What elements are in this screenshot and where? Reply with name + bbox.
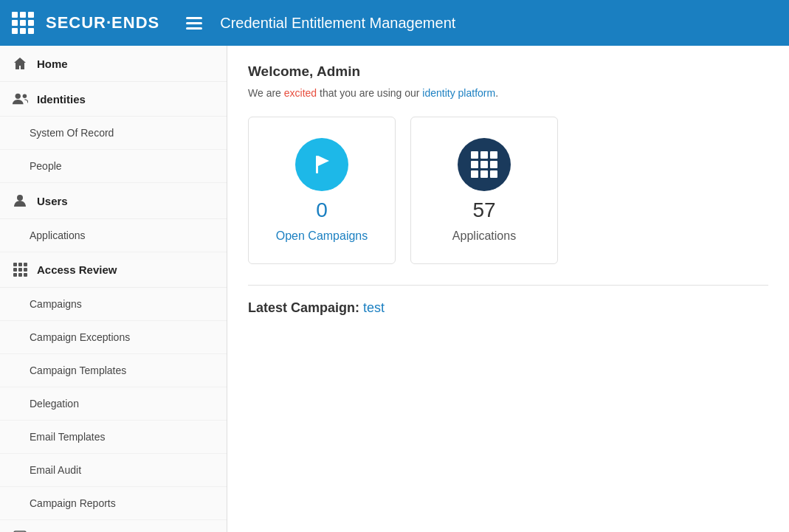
applications-icon-circle: [458, 138, 511, 191]
sidebar-item-report[interactable]: Report: [0, 520, 227, 532]
applications-label: Applications: [452, 229, 516, 243]
sidebar-label-identities: Identities: [37, 93, 86, 106]
open-campaigns-label[interactable]: Open Campaigns: [276, 229, 368, 243]
sidebar-item-delegation[interactable]: Delegation: [0, 387, 227, 421]
dashboard-cards: 0 Open Campaigns 57 Applications: [248, 117, 768, 264]
open-campaigns-icon-circle: [295, 138, 348, 191]
sidebar-label-campaign-reports: Campaign Reports: [30, 497, 116, 509]
logo-text: SECUR·ENDS: [46, 13, 159, 32]
svg-point-1: [23, 94, 27, 98]
sidebar-label-users: Users: [37, 195, 68, 207]
sidebar-item-system-of-record[interactable]: System Of Record: [0, 117, 227, 150]
main-content: Welcome, Admin We are excited that you a…: [227, 46, 789, 532]
sidebar-item-campaign-exceptions[interactable]: Campaign Exceptions: [0, 321, 227, 354]
app-logo: SECUR·ENDS: [46, 13, 159, 32]
sidebar-item-campaign-templates[interactable]: Campaign Templates: [0, 354, 227, 387]
sidebar: Home Identities System Of Record People: [0, 46, 227, 532]
sidebar-item-access-review[interactable]: Access Review: [0, 252, 227, 288]
people-icon: [12, 92, 28, 106]
sidebar-label-campaign-templates: Campaign Templates: [30, 365, 126, 376]
flag-icon: [309, 151, 335, 178]
welcome-heading: Welcome, Admin: [248, 63, 768, 80]
sidebar-label-people: People: [30, 160, 62, 172]
app-header: SECUR·ENDS Credential Entitlement Manage…: [0, 0, 789, 46]
sidebar-label-home: Home: [37, 58, 68, 70]
sidebar-item-users[interactable]: Users: [0, 183, 227, 219]
welcome-text-before: We are: [248, 87, 284, 99]
home-icon: [12, 56, 28, 71]
sidebar-label-email-templates: Email Templates: [30, 431, 105, 443]
sidebar-item-campaigns[interactable]: Campaigns: [0, 288, 227, 321]
sidebar-label-applications: Applications: [30, 229, 86, 241]
sidebar-item-home[interactable]: Home: [0, 46, 227, 82]
sidebar-label-campaign-exceptions: Campaign Exceptions: [30, 331, 130, 343]
welcome-subtitle: We are excited that you are using our id…: [248, 87, 768, 99]
app-title: Credential Entitlement Management: [220, 15, 455, 32]
latest-campaign-prefix: Latest Campaign:: [248, 300, 359, 315]
welcome-text-excited: excited: [284, 87, 317, 99]
latest-campaign-name: test: [363, 300, 385, 315]
latest-campaign-section: Latest Campaign: test: [248, 285, 768, 316]
svg-rect-7: [316, 156, 318, 173]
sidebar-label-system-of-record: System Of Record: [30, 127, 114, 139]
svg-point-0: [15, 94, 21, 99]
app-grid-icon[interactable]: [12, 12, 34, 34]
welcome-text-middle: that you are using our: [317, 87, 422, 99]
applications-count: 57: [472, 198, 495, 222]
sidebar-item-campaign-reports[interactable]: Campaign Reports: [0, 487, 227, 520]
latest-campaign-title: Latest Campaign: test: [248, 300, 768, 316]
open-campaigns-card: 0 Open Campaigns: [248, 117, 396, 264]
sidebar-label-delegation: Delegation: [30, 398, 79, 410]
svg-point-2: [17, 195, 23, 201]
grid-icon: [12, 263, 28, 277]
sidebar-label-access-review: Access Review: [37, 263, 117, 276]
sidebar-item-email-templates[interactable]: Email Templates: [0, 421, 227, 454]
sidebar-item-people[interactable]: People: [0, 150, 227, 183]
welcome-text-after: .: [495, 87, 498, 99]
sidebar-label-campaigns: Campaigns: [30, 298, 82, 310]
sidebar-item-identities[interactable]: Identities: [0, 82, 227, 117]
menu-hamburger-icon[interactable]: [180, 14, 208, 32]
main-layout: Home Identities System Of Record People: [0, 46, 789, 532]
sidebar-item-applications[interactable]: Applications: [0, 219, 227, 252]
welcome-text-identity: identity platform: [422, 87, 495, 99]
applications-card: 57 Applications: [410, 117, 558, 264]
applications-grid-icon: [471, 151, 497, 178]
sidebar-item-email-audit[interactable]: Email Audit: [0, 454, 227, 487]
user-icon: [12, 193, 28, 208]
svg-marker-8: [318, 156, 329, 166]
sidebar-label-email-audit: Email Audit: [30, 464, 81, 476]
open-campaigns-count: 0: [316, 198, 328, 222]
